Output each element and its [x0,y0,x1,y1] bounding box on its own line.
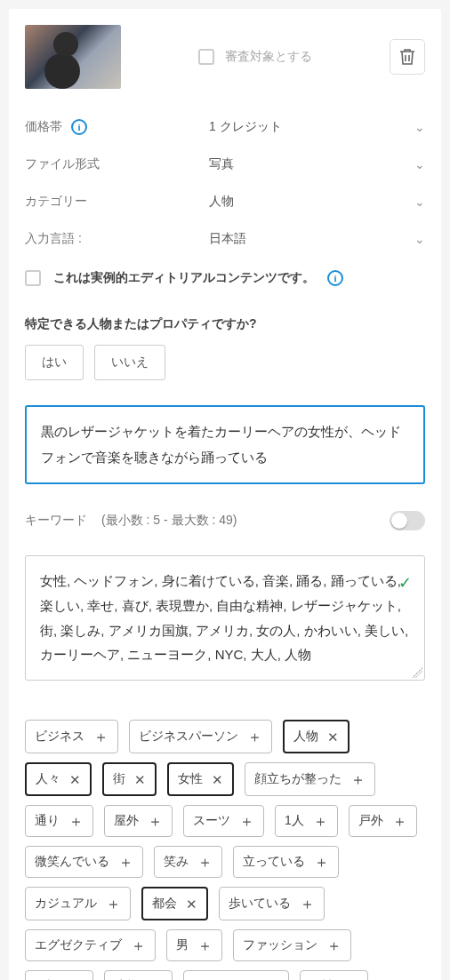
language-select[interactable]: 日本語 ⌄ [209,231,425,247]
metadata-panel: 審査対象とする 価格帯 i 1 クレジット ⌄ ファイル形式 写真 ⌄ カテゴリ… [9,9,441,980]
tag-chip[interactable]: 人々✕ [25,762,92,796]
tag-label: 通り [35,813,60,829]
add-icon[interactable]: ＋ [247,729,262,745]
chevron-down-icon: ⌄ [414,232,425,246]
category-row: カテゴリー 人物 ⌄ [25,183,425,220]
tag-label: 人々 [36,771,60,787]
tag-chip[interactable]: 都会✕ [141,887,208,920]
info-icon[interactable]: i [327,270,343,286]
keywords-header: キーワード (最小数 : 5 - 最大数 : 49) [25,511,425,530]
filetype-value: 写真 [209,156,234,172]
check-icon: ✓ [398,569,412,598]
add-icon[interactable]: ＋ [239,814,254,829]
tag-chip[interactable]: 歩いている＋ [219,887,325,920]
add-icon[interactable]: ＋ [148,814,163,829]
remove-icon[interactable]: ✕ [186,897,197,911]
tag-label: 人物 [293,729,318,745]
tag-chip[interactable]: 微笑んでいる＋ [25,846,143,878]
remove-icon[interactable]: ✕ [327,730,339,744]
language-label: 入力言語 : [25,231,82,247]
editorial-row: これは実例的エディトリアルコンテンツです。 i [25,258,425,291]
remove-icon[interactable]: ✕ [69,773,81,786]
tag-chip[interactable]: ビジネスパーソン＋ [129,720,272,753]
filetype-select[interactable]: 写真 ⌄ [209,156,425,172]
tag-chip[interactable]: エグゼクティブ＋ [25,929,156,961]
language-row: 入力言語 : 日本語 ⌄ [25,220,425,258]
info-icon[interactable]: i [71,119,87,135]
suggested-tags: ビジネス＋ビジネスパーソン＋人物✕人々✕街✕女性✕顔立ちが整った＋通り＋屋外＋ス… [25,720,425,980]
tag-label: 立っている [243,854,305,870]
chevron-down-icon: ⌄ [414,157,425,171]
tag-label: ファッション [243,937,317,953]
add-icon[interactable]: ＋ [118,855,133,870]
tag-label: ビジネスパーソン [139,729,238,745]
tag-label: 笑み [164,854,189,870]
tag-chip[interactable]: 電話＋ [25,970,93,980]
review-checkbox[interactable] [198,49,214,65]
tag-chip[interactable]: 屋外＋ [104,805,173,837]
add-icon[interactable]: ＋ [68,814,84,829]
tag-chip[interactable]: 顔立ちが整った＋ [245,762,375,796]
tag-label: エグゼクティブ [35,937,122,953]
tag-chip[interactable]: 女性✕ [167,762,234,796]
editorial-checkbox[interactable] [25,270,41,286]
editorial-label: これは実例的エディトリアルコンテンツです。 [53,270,315,286]
remove-icon[interactable]: ✕ [134,773,146,786]
keywords-label: キーワード [25,513,87,529]
add-icon[interactable]: ＋ [300,896,315,912]
add-icon[interactable]: ＋ [326,938,342,953]
identify-buttons: はい いいえ [25,345,425,380]
review-checkbox-group[interactable]: 審査対象とする [132,49,379,65]
add-icon[interactable]: ＋ [197,938,213,953]
keywords-count-hint: (最小数 : 5 - 最大数 : 49) [101,513,237,529]
resize-handle[interactable] [412,667,422,678]
tag-chip[interactable]: カジュアル＋ [25,887,131,920]
tag-label: 女性 [178,771,203,787]
tag-label: カジュアル [35,896,97,912]
identify-question: 特定できる人物またはプロパティですか? [25,316,425,332]
remove-icon[interactable]: ✕ [212,773,223,786]
category-value: 人物 [209,194,234,210]
tag-chip[interactable]: 建物＋ [104,970,173,980]
tag-label: 男 [176,937,189,953]
tag-label: 微笑んでいる [35,854,109,870]
tag-chip[interactable]: 笑み＋ [154,846,222,878]
tag-chip[interactable]: 人物✕ [283,720,350,753]
price-select[interactable]: 1 クレジット ⌄ [209,119,425,135]
add-icon[interactable]: ＋ [313,814,328,829]
tag-chip[interactable]: 1人＋ [275,805,338,837]
yes-button[interactable]: はい [25,345,84,380]
filetype-label: ファイル形式 [25,156,100,172]
keywords-input[interactable]: 女性, ヘッドフォン, 身に着けている, 音楽, 踊る, 踊っている, 楽しい,… [25,555,425,681]
category-select[interactable]: 人物 ⌄ [209,194,425,210]
add-icon[interactable]: ＋ [106,896,121,912]
tag-chip[interactable]: スーツ＋ [183,805,264,837]
trash-icon [399,48,415,66]
delete-button[interactable] [390,39,425,75]
chevron-down-icon: ⌄ [414,120,425,134]
add-icon[interactable]: ＋ [93,729,108,745]
keywords-toggle[interactable] [390,511,425,530]
asset-thumbnail[interactable] [25,25,121,89]
tag-chip[interactable]: ビジネス＋ [25,720,118,753]
tag-chip[interactable]: 男性＋ [300,970,368,980]
tag-label: ビジネス [35,729,84,745]
description-input[interactable]: 黒のレザージャケットを着たカーリーヘアの女性が、ヘッドフォンで音楽を聴きながら踊… [25,405,425,484]
tag-chip[interactable]: 街✕ [102,762,157,796]
add-icon[interactable]: ＋ [350,772,366,787]
add-icon[interactable]: ＋ [314,855,329,870]
tag-chip[interactable]: 立っている＋ [233,846,339,878]
tag-label: 戸外 [358,813,383,829]
chevron-down-icon: ⌄ [414,195,425,209]
add-icon[interactable]: ＋ [197,855,213,870]
no-button[interactable]: いいえ [94,345,165,380]
tag-label: 1人 [285,813,304,829]
tag-chip[interactable]: 男＋ [166,929,222,961]
tag-chip[interactable]: ファッション＋ [233,929,351,961]
add-icon[interactable]: ＋ [392,814,407,829]
tag-chip[interactable]: アウトドア＋ [183,970,289,980]
add-icon[interactable]: ＋ [131,938,146,953]
keywords-text: 女性, ヘッドフォン, 身に着けている, 音楽, 踊る, 踊っている, 楽しい,… [40,573,408,662]
tag-chip[interactable]: 戸外＋ [349,805,417,837]
tag-chip[interactable]: 通り＋ [25,805,93,837]
